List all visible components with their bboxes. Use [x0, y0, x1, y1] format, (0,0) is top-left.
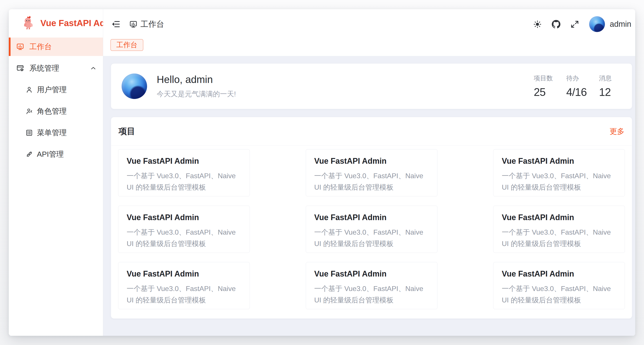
role-icon — [26, 108, 33, 115]
app-logo[interactable]: Vue FastAPI Admin — [9, 9, 103, 37]
stat-label: 项目数 — [534, 74, 554, 83]
project-card-description: 一个基于 Vue3.0、FastAPI、Naive UI 的轻量级后台管理模板 — [502, 283, 616, 306]
content-area: Hello, admin 今天又是元气满满的一天! 项目数 25 待办 4/16… — [103, 56, 635, 336]
sidebar-item-workbench[interactable]: 工作台 — [9, 38, 103, 56]
sidebar: Vue FastAPI Admin 工作台 — [9, 9, 103, 336]
fullscreen-button[interactable] — [570, 20, 579, 28]
projects-grid: Vue FastAPI Admin 一个基于 Vue3.0、FastAPI、Na… — [111, 146, 632, 309]
project-card-title: Vue FastAPI Admin — [502, 156, 616, 166]
project-card-description: 一个基于 Vue3.0、FastAPI、Naive UI 的轻量级后台管理模板 — [502, 170, 616, 193]
app-window: Vue FastAPI Admin 工作台 — [9, 9, 635, 336]
sidebar-item-label: API管理 — [37, 149, 64, 159]
project-card-title: Vue FastAPI Admin — [127, 156, 241, 166]
project-card-description: 一个基于 Vue3.0、FastAPI、Naive UI 的轻量级后台管理模板 — [314, 283, 429, 306]
project-card-description: 一个基于 Vue3.0、FastAPI、Naive UI 的轻量级后台管理模板 — [127, 283, 241, 306]
sidebar-item-roles[interactable]: 角色管理 — [9, 102, 103, 120]
project-card-title: Vue FastAPI Admin — [314, 213, 429, 222]
github-button[interactable] — [552, 20, 560, 28]
project-card-description: 一个基于 Vue3.0、FastAPI、Naive UI 的轻量级后台管理模板 — [314, 226, 429, 249]
topbar: 工作台 — [103, 9, 635, 39]
project-card[interactable]: Vue FastAPI Admin 一个基于 Vue3.0、FastAPI、Na… — [306, 149, 438, 196]
project-card-title: Vue FastAPI Admin — [314, 269, 429, 278]
project-card[interactable]: Vue FastAPI Admin 一个基于 Vue3.0、FastAPI、Na… — [118, 149, 250, 196]
sidebar-item-label: 角色管理 — [37, 106, 67, 116]
stat-label: 待办 — [566, 74, 587, 83]
welcome-card: Hello, admin 今天又是元气满满的一天! 项目数 25 待办 4/16… — [111, 64, 632, 109]
project-card[interactable]: Vue FastAPI Admin 一个基于 Vue3.0、FastAPI、Na… — [118, 206, 250, 253]
stat-value: 25 — [534, 86, 554, 98]
api-plug-icon — [26, 150, 33, 158]
project-card[interactable]: Vue FastAPI Admin 一个基于 Vue3.0、FastAPI、Na… — [493, 149, 625, 196]
project-card-title: Vue FastAPI Admin — [127, 213, 241, 222]
sidebar-item-label: 用户管理 — [37, 85, 67, 95]
sun-icon — [533, 20, 542, 28]
sidebar-item-users[interactable]: 用户管理 — [9, 80, 103, 99]
system-settings-icon — [16, 64, 24, 72]
stat-value: 12 — [599, 86, 619, 98]
main-area: 工作台 — [103, 9, 635, 336]
stat-projects: 项目数 25 — [534, 74, 554, 98]
menu-list-icon — [26, 129, 33, 136]
project-card[interactable]: Vue FastAPI Admin 一个基于 Vue3.0、FastAPI、Na… — [306, 262, 438, 309]
topbar-actions: admin — [523, 16, 631, 32]
stats-row: 项目数 25 待办 4/16 消息 12 — [522, 74, 619, 98]
project-card[interactable]: Vue FastAPI Admin 一个基于 Vue3.0、FastAPI、Na… — [306, 206, 438, 253]
project-card-description: 一个基于 Vue3.0、FastAPI、Naive UI 的轻量级后台管理模板 — [127, 226, 241, 249]
stat-todo: 待办 4/16 — [566, 74, 587, 98]
project-card[interactable]: Vue FastAPI Admin 一个基于 Vue3.0、FastAPI、Na… — [493, 206, 625, 253]
project-card-description: 一个基于 Vue3.0、FastAPI、Naive UI 的轻量级后台管理模板 — [502, 226, 616, 249]
sidebar-item-api[interactable]: API管理 — [9, 145, 103, 164]
theme-toggle-button[interactable] — [533, 20, 542, 28]
greeting-text: Hello, admin — [157, 74, 236, 85]
user-icon — [26, 86, 33, 94]
tags-bar: 工作台 — [103, 39, 635, 56]
greeting-subtitle: 今天又是元气满满的一天! — [157, 89, 236, 99]
project-card-title: Vue FastAPI Admin — [502, 269, 616, 278]
sidebar-item-label: 系统管理 — [30, 63, 59, 73]
breadcrumb[interactable]: 工作台 — [129, 19, 164, 30]
stat-messages: 消息 12 — [599, 74, 619, 98]
project-card-title: Vue FastAPI Admin — [314, 156, 429, 166]
workbench-icon — [129, 20, 138, 28]
more-link[interactable]: 更多 — [610, 126, 624, 136]
workbench-icon — [16, 43, 24, 51]
project-card-description: 一个基于 Vue3.0、FastAPI、Naive UI 的轻量级后台管理模板 — [314, 170, 429, 193]
breadcrumb-label: 工作台 — [140, 19, 164, 30]
projects-title: 项目 — [118, 126, 135, 137]
github-icon — [552, 20, 560, 28]
project-card[interactable]: Vue FastAPI Admin 一个基于 Vue3.0、FastAPI、Na… — [493, 262, 625, 309]
user-avatar[interactable] — [589, 16, 605, 32]
project-card-description: 一个基于 Vue3.0、FastAPI、Naive UI 的轻量级后台管理模板 — [127, 170, 241, 193]
sidebar-item-label: 工作台 — [30, 42, 52, 52]
stat-label: 消息 — [599, 74, 619, 83]
chick-logo-icon — [22, 16, 35, 31]
project-card-title: Vue FastAPI Admin — [127, 269, 241, 278]
project-card[interactable]: Vue FastAPI Admin 一个基于 Vue3.0、FastAPI、Na… — [118, 262, 250, 309]
sidebar-item-menus[interactable]: 菜单管理 — [9, 124, 103, 142]
welcome-avatar — [122, 74, 147, 99]
fullscreen-icon — [570, 20, 579, 28]
projects-section: 项目 更多 Vue FastAPI Admin 一个基于 Vue3.0、Fast… — [111, 117, 632, 319]
welcome-texts: Hello, admin 今天又是元气满满的一天! — [157, 74, 236, 99]
tag-workbench[interactable]: 工作台 — [110, 39, 143, 51]
project-card-title: Vue FastAPI Admin — [502, 213, 616, 222]
username-label[interactable]: admin — [610, 20, 631, 29]
sidebar-menu: 工作台 系统管理 — [9, 37, 103, 164]
stat-value: 4/16 — [566, 86, 587, 98]
projects-header: 项目 更多 — [111, 117, 632, 146]
sidebar-item-label: 菜单管理 — [37, 128, 67, 138]
sidebar-collapse-icon[interactable] — [111, 20, 120, 29]
sidebar-item-system[interactable]: 系统管理 — [9, 59, 103, 78]
chevron-up-icon[interactable] — [90, 65, 97, 72]
